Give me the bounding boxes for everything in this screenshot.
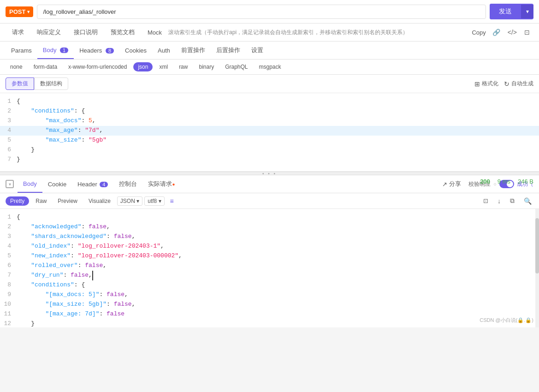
fmt-raw[interactable]: raw	[174, 62, 192, 71]
rfmt-raw[interactable]: Raw	[31, 196, 51, 206]
resp-tab-body[interactable]: Body	[18, 176, 42, 193]
resp-line-6: 6 "rolled_over": false,	[0, 261, 539, 271]
tab-settings[interactable]: 设置	[246, 42, 269, 59]
tab-rollover-desc: 滚动索引生成（手动执行api，满足记录就会自动生成新索引，并移动索引和索引别名的…	[168, 24, 469, 41]
resp-line-9: 9 "[max_docs: 5]": false,	[0, 290, 539, 300]
search-response-icon[interactable]: 🔍	[522, 196, 533, 206]
response-size: 246 B	[518, 178, 533, 185]
format-tabs-row: none form-data x-www-form-urlencoded jso…	[0, 59, 539, 75]
panel-divider[interactable]: • • •	[0, 172, 539, 175]
auto-gen-label: 自动生成	[511, 80, 533, 88]
resp-line-5: 5 "new_index": "log_rollover-202403-0000…	[0, 251, 539, 261]
tab-auth[interactable]: Auth	[152, 42, 176, 59]
copy-button[interactable]: Copy	[469, 24, 488, 41]
toolbar-tab-params[interactable]: 参数值	[6, 77, 34, 90]
tab-body[interactable]: Body 1	[37, 42, 74, 59]
method-selector[interactable]: POST ▾	[6, 6, 33, 17]
response-code-area[interactable]: 1 { 2 "acknowledged": false, 3 "shards_a…	[0, 209, 539, 327]
response-time: 9 ms	[498, 178, 510, 185]
toolbar-tab-structure[interactable]: 数据结构	[34, 77, 68, 90]
body-badge: 1	[60, 48, 68, 53]
download-icon[interactable]: ↓	[496, 196, 503, 206]
watermark: CSDN @小白说(🔒.🔒)	[480, 317, 533, 324]
url-input[interactable]	[37, 5, 486, 19]
encoding-select[interactable]: utf8 ▾	[144, 196, 164, 206]
req-line-5: 5 "max_size": "5gb"	[0, 136, 539, 145]
response-code-block: 1 { 2 "acknowledged": false, 3 "shards_a…	[0, 209, 539, 327]
fmt-none[interactable]: none	[6, 62, 27, 71]
resp-line-4: 4 "old_index": "log_rollover-202403-1",	[0, 242, 539, 251]
fmt-msgpack[interactable]: msgpack	[255, 62, 286, 71]
scrollbar-thumb[interactable]	[535, 218, 539, 273]
req-line-1: 1 {	[0, 97, 539, 107]
response-panel: ▾ Body Cookie Header 4 控制台 实际请求● ↗ 分享 校验…	[0, 175, 539, 327]
fmt-graphql[interactable]: GraphQL	[220, 62, 252, 71]
resp-line-1: 1 {	[0, 213, 539, 222]
send-dropdown-button[interactable]: ▾	[521, 5, 533, 18]
link-icon[interactable]: 🔗	[489, 26, 504, 39]
resp-tab-console[interactable]: 控制台	[113, 175, 142, 193]
fmt-form-data[interactable]: form-data	[29, 62, 62, 71]
tab-pre-script[interactable]: 前置操作	[176, 42, 211, 59]
expand-icon[interactable]: ⊡	[521, 26, 533, 39]
resp-line-8: 8 "conditions": {	[0, 280, 539, 290]
tab-response-def[interactable]: 响应定义	[30, 24, 67, 41]
fmt-binary[interactable]: binary	[194, 62, 219, 71]
headers-badge: 8	[106, 48, 114, 53]
format-icon: ⊞	[474, 80, 480, 88]
tab-request[interactable]: 请求	[6, 24, 30, 41]
tab-mock[interactable]: Mock	[141, 24, 168, 41]
collapse-panel-icon[interactable]: ▾	[6, 180, 14, 188]
status-code: 200	[480, 178, 490, 185]
json-format-select[interactable]: JSON ▾	[117, 196, 142, 206]
wrap-icon[interactable]: ≡	[170, 197, 174, 205]
tab-params[interactable]: Params	[6, 42, 37, 59]
fmt-json[interactable]: json	[133, 62, 153, 71]
req-line-6: 6 }	[0, 145, 539, 155]
tab-preview-doc[interactable]: 预览文档	[104, 24, 141, 41]
resp-line-3: 3 "shards_acknowledged": false,	[0, 232, 539, 242]
req-line-3: 3 "max_docs": 5,	[0, 116, 539, 126]
tab-cookies[interactable]: Cookies	[119, 42, 152, 59]
resp-tab-header[interactable]: Header 4	[72, 176, 113, 192]
top-bar: POST ▾ 发送 ▾	[0, 0, 539, 24]
resp-line-2: 2 "acknowledged": false,	[0, 222, 539, 232]
resp-tab-cookie[interactable]: Cookie	[42, 176, 72, 192]
request-editor[interactable]: 1 { 2 "conditions": { 3 "max_docs": 5, 4…	[0, 93, 539, 172]
copy-response-icon[interactable]: ⧉	[508, 196, 516, 206]
send-button-group: 发送 ▾	[490, 4, 533, 19]
response-scrollbar[interactable]	[535, 209, 539, 327]
method-arrow-icon: ▾	[27, 9, 30, 14]
tab-api-desc[interactable]: 接口说明	[67, 24, 104, 41]
rfmt-pretty[interactable]: Pretty	[6, 196, 29, 206]
resp-tabs-row: ▾ Body Cookie Header 4 控制台 实际请求● ↗ 分享 校验…	[0, 175, 539, 193]
share-button[interactable]: ↗ 分享	[442, 180, 461, 188]
extract-icon[interactable]: ⊡	[481, 196, 490, 205]
refresh-icon: ↻	[504, 80, 509, 88]
send-button[interactable]: 发送	[490, 4, 521, 19]
req-line-2: 2 "conditions": {	[0, 107, 539, 116]
header-badge: 4	[100, 182, 108, 187]
share-icon: ↗	[442, 181, 447, 188]
resp-format-row: Pretty Raw Preview Visualize JSON ▾ utf8…	[0, 193, 539, 209]
tab-headers[interactable]: Headers 8	[74, 42, 119, 59]
main-tabs-row: 请求 响应定义 接口说明 预览文档 Mock 滚动索引生成（手动执行api，满足…	[0, 24, 539, 42]
resp-tab-actual-req[interactable]: 实际请求●	[142, 175, 180, 193]
format-action[interactable]: ⊞ 格式化	[474, 80, 498, 88]
method-label: POST	[9, 8, 25, 15]
auto-gen-action[interactable]: ↻ 自动生成	[504, 80, 533, 88]
resp-line-12: 12 }	[0, 319, 539, 327]
resp-line-10: 10 "[max_size: 5gb]": false,	[0, 300, 539, 309]
rfmt-preview[interactable]: Preview	[53, 196, 82, 206]
code-icon[interactable]: </>	[504, 26, 521, 39]
fmt-urlencoded[interactable]: x-www-form-urlencoded	[64, 62, 131, 71]
toolbar-row: 参数值 数据结构 ⊞ 格式化 ↻ 自动生成	[0, 75, 539, 93]
resp-line-7: 7 "dry_run": false,	[0, 271, 539, 280]
format-label: 格式化	[482, 80, 498, 88]
tab-post-script[interactable]: 后置操作	[211, 42, 246, 59]
body-sub-tabs: Params Body 1 Headers 8 Cookies Auth 前置操…	[0, 42, 539, 59]
status-row: 200 9 ms 246 B	[480, 178, 533, 185]
rfmt-visualize[interactable]: Visualize	[84, 196, 115, 206]
fmt-xml[interactable]: xml	[154, 62, 172, 71]
request-code-block: 1 { 2 "conditions": { 3 "max_docs": 5, 4…	[0, 93, 539, 168]
